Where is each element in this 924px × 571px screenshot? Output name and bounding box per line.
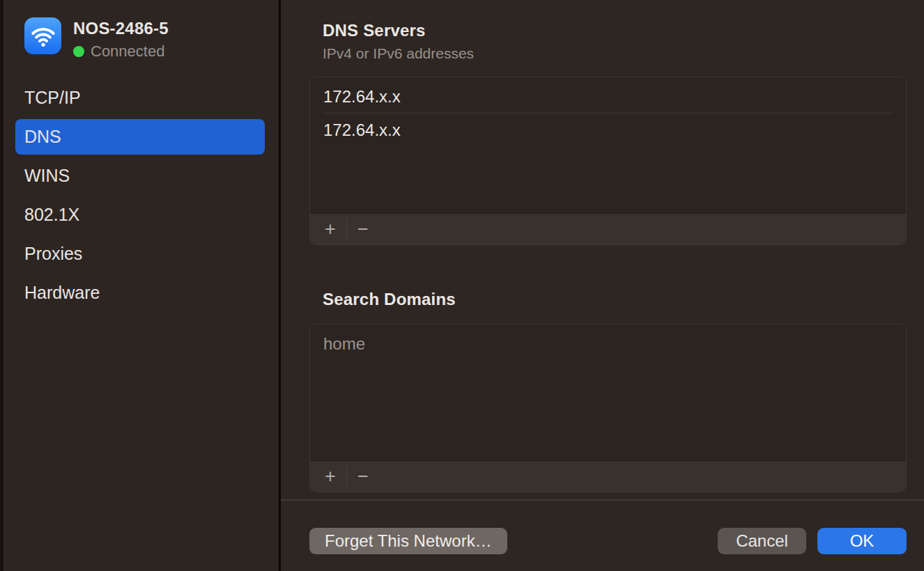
- search-domains-listbox: home + −: [309, 324, 907, 492]
- network-header: NOS-2486-5 Connected: [0, 0, 279, 61]
- dns-add-button[interactable]: +: [319, 214, 341, 245]
- dns-server-row[interactable]: 172.64.x.x: [310, 82, 906, 111]
- sidebar-item-tcpip[interactable]: TCP/IP: [15, 80, 265, 116]
- main-panel: DNS Servers IPv4 or IPv6 addresses 172.6…: [281, 0, 924, 571]
- sidebar-item-dns[interactable]: DNS: [15, 119, 265, 155]
- sidebar-item-wins[interactable]: WINS: [15, 158, 265, 194]
- cancel-button[interactable]: Cancel: [718, 528, 806, 554]
- sidebar-item-proxies[interactable]: Proxies: [15, 236, 265, 272]
- forget-network-button[interactable]: Forget This Network…: [309, 528, 507, 554]
- network-meta: NOS-2486-5 Connected: [73, 17, 169, 61]
- search-domains-section: Search Domains home + −: [309, 290, 907, 492]
- sidebar-item-hardware[interactable]: Hardware: [15, 275, 265, 311]
- network-name: NOS-2486-5: [73, 19, 169, 38]
- network-status-text: Connected: [91, 42, 164, 61]
- dns-servers-section: DNS Servers IPv4 or IPv6 addresses 172.6…: [309, 21, 907, 245]
- row-separator: [323, 113, 893, 114]
- dns-server-row[interactable]: 172.64.x.x: [310, 116, 906, 144]
- search-domains-rows: home: [310, 324, 906, 460]
- dns-servers-subtitle: IPv4 or IPv6 addresses: [323, 45, 907, 62]
- sidebar-item-label: 802.1X: [24, 205, 79, 225]
- content: DNS Servers IPv4 or IPv6 addresses 172.6…: [281, 0, 924, 499]
- sidebar: NOS-2486-5 Connected TCP/IPDNSWINS802.1X…: [0, 0, 281, 571]
- sidebar-item-8021x[interactable]: 802.1X: [15, 197, 265, 233]
- sidebar-item-label: Proxies: [24, 244, 82, 264]
- search-domains-title: Search Domains: [323, 290, 907, 309]
- domain-remove-button[interactable]: −: [352, 461, 374, 492]
- dns-servers-listbox: 172.64.x.x172.64.x.x + −: [309, 77, 907, 245]
- footer-bar: Forget This Network… Cancel OK: [281, 501, 924, 571]
- network-status: Connected: [73, 42, 169, 61]
- wifi-icon: [24, 17, 61, 54]
- dns-servers-rows: 172.64.x.x172.64.x.x: [310, 77, 906, 213]
- dns-servers-title: DNS Servers: [323, 21, 907, 40]
- sidebar-nav: TCP/IPDNSWINS802.1XProxiesHardware: [0, 80, 279, 311]
- search-domains-list-footer: + −: [310, 460, 906, 492]
- sidebar-item-label: WINS: [24, 166, 70, 186]
- ok-button[interactable]: OK: [817, 528, 907, 554]
- plus-minus-divider: [346, 466, 347, 487]
- sidebar-item-label: TCP/IP: [24, 88, 81, 108]
- section-gap: [309, 245, 907, 290]
- connected-status-dot-icon: [73, 46, 84, 57]
- network-details-window: NOS-2486-5 Connected TCP/IPDNSWINS802.1X…: [0, 0, 924, 571]
- sidebar-item-label: Hardware: [24, 283, 100, 303]
- sidebar-item-label: DNS: [24, 127, 61, 147]
- search-domain-row[interactable]: home: [310, 329, 906, 358]
- domain-add-button[interactable]: +: [319, 461, 341, 492]
- plus-minus-divider: [346, 219, 347, 240]
- dns-servers-list-footer: + −: [310, 213, 906, 244]
- dns-remove-button[interactable]: −: [352, 214, 374, 245]
